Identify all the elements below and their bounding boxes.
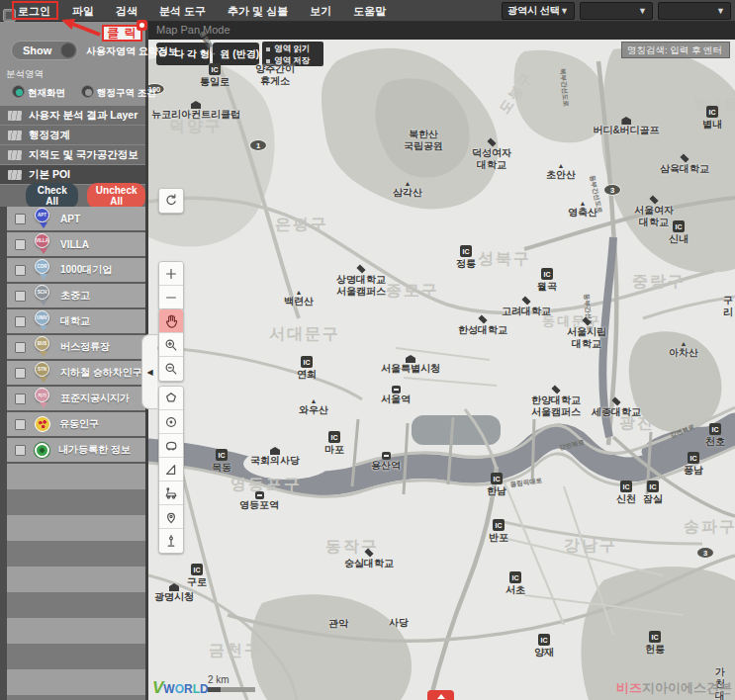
draw-circle-button[interactable] (159, 410, 183, 434)
draw-circle-icon (163, 414, 179, 430)
radio-current-view[interactable] (12, 85, 25, 98)
pin-tail (40, 377, 47, 383)
poi-checkbox[interactable] (15, 291, 26, 302)
poi-row-3[interactable]: SCH초중고 (7, 284, 145, 309)
empty-row (7, 567, 145, 592)
route-car-button[interactable] (159, 481, 183, 505)
magnify-out-icon (163, 361, 179, 377)
layer-row-3[interactable]: 기본 POI (0, 165, 145, 185)
magnify-in-button[interactable] (159, 333, 183, 357)
poi-row-9[interactable]: 내가등록한 정보 (7, 438, 145, 464)
ic-interchange: IC한남 (487, 473, 506, 498)
map-label: 한양대학교 서울캠퍼스 (531, 386, 581, 418)
empty-row (7, 695, 145, 700)
ic-interchange: IC별내 (702, 106, 722, 131)
layer-row-0[interactable]: 사용자 분석 결과 Layer (0, 106, 145, 126)
top-menu-bar: 로그인파일검색분석 도구추가 및 심볼보기도움말 광역시 선택▼▼▼ (0, 0, 735, 22)
poi-checkbox[interactable] (15, 265, 26, 276)
map-viewport[interactable]: Map Pan Mode 다 각 형 원 (반경) 영역 읽기 영역 저장 덕양… (148, 22, 735, 700)
ic-interchange: IC구로 (187, 564, 207, 589)
pan-hand-icon (163, 313, 179, 329)
radio-admin-area[interactable] (81, 85, 94, 98)
university-icon (478, 314, 487, 323)
ic-label: 마포 (324, 443, 344, 457)
layer-row-2[interactable]: 지적도 및 국가공간정보 (0, 145, 145, 165)
zoom-out-button[interactable] (159, 286, 183, 309)
poi-label: VILLA (60, 239, 89, 250)
layer-row-1[interactable]: 행정경계 (0, 126, 145, 145)
map-label-text: 초안산 (546, 169, 576, 181)
red-marker-button[interactable] (427, 690, 454, 700)
survey-point-button[interactable] (159, 529, 183, 553)
map-label: 영등포역 (239, 491, 279, 511)
university-icon (356, 264, 365, 273)
region-select-1[interactable]: 광역시 선택▼ (502, 2, 575, 20)
empty-rows (0, 464, 145, 700)
pin-tail (40, 248, 47, 254)
map-label: 사당 (389, 617, 409, 629)
measure-angle-button[interactable] (159, 458, 183, 481)
poi-checkbox[interactable] (15, 214, 26, 224)
ic-interchange: IC신내 (669, 220, 689, 246)
measure-area-button[interactable] (159, 434, 183, 458)
map-label: 관악 (328, 618, 348, 630)
poi-row-0[interactable]: APTAPT (7, 207, 145, 232)
region-select-3[interactable]: ▼ (658, 2, 731, 20)
logo-letter: O (175, 682, 184, 696)
area-read-button[interactable]: 영역 읽기 (266, 44, 320, 55)
route-car-icon (163, 485, 179, 501)
poi-row-6[interactable]: STN지하철 승하차인구 (7, 361, 145, 387)
layer-list: 사용자 분석 결과 Layer행정경계지적도 및 국가공간정보기본 POI (0, 106, 145, 185)
pan-hand-button[interactable] (159, 309, 183, 333)
map-label-text: 양주간이 휴게소 (255, 63, 295, 87)
show-toggle[interactable]: Show (11, 41, 78, 60)
poi-row-4[interactable]: UNIV대학교 (7, 309, 145, 335)
name-search-input[interactable] (621, 42, 730, 58)
ic-badge-icon: IC (509, 571, 521, 583)
sidebar-collapse-handle[interactable]: ◀ (141, 334, 157, 409)
poi-checkbox[interactable] (15, 419, 26, 430)
draw-polygon-button[interactable] (159, 387, 183, 410)
radio-label: 현재화면 (28, 87, 65, 100)
poi-row-1[interactable]: VILLAVILLA (7, 232, 145, 258)
poi-row-8[interactable]: 유동인구 (7, 412, 145, 438)
menu-item-help[interactable]: 도움말 (353, 4, 386, 19)
uncheck-all-button[interactable]: Uncheck All (87, 183, 145, 209)
poi-checkbox[interactable] (15, 316, 26, 327)
region-select-2[interactable]: ▼ (580, 2, 653, 20)
draw-circle-button[interactable]: 원 (반경) (213, 43, 259, 65)
zoom-in-button[interactable] (159, 262, 183, 286)
draw-circle-label: 원 (반경) (221, 47, 259, 61)
bullet-icon (266, 47, 270, 51)
poi-checkbox[interactable] (15, 394, 26, 404)
building-icon (621, 117, 631, 125)
refresh-button[interactable] (159, 189, 183, 213)
menu-item-file[interactable]: 파일 (72, 4, 94, 19)
map-label: ▲초안산 (546, 162, 576, 181)
poi-checkbox[interactable] (15, 239, 26, 250)
toggle-knob-icon[interactable] (60, 43, 76, 58)
poi-checkbox[interactable] (15, 368, 26, 379)
building-icon (169, 583, 179, 591)
poi-row-5[interactable]: BUS버스정류장 (7, 335, 145, 361)
poi-row-2[interactable]: COR1000대기업 (7, 258, 145, 284)
mountain-icon: ▲ (405, 180, 412, 187)
check-all-button[interactable]: Check All (26, 183, 78, 209)
menu-item-add-symbol[interactable]: 추가 및 심볼 (228, 4, 288, 19)
magnify-out-button[interactable] (159, 357, 183, 381)
chevron-down-icon: ▼ (716, 6, 725, 16)
menu-item-search[interactable]: 검색 (116, 4, 138, 19)
poi-label: 유동인구 (59, 417, 99, 431)
map-label-text: 삼각산 (393, 187, 422, 199)
poi-checkbox[interactable] (15, 445, 26, 456)
poi-row-7[interactable]: 지가표준지공시지가 (7, 387, 145, 412)
ic-label: 양재 (534, 646, 554, 659)
poi-checkbox[interactable] (15, 342, 26, 353)
left-sidebar: Show 사용자영역 요약정보 분석영역 현재화면행정구역 조건 사용자 분석 … (0, 22, 148, 700)
menu-item-view[interactable]: 보기 (310, 4, 331, 19)
pin-head: SCH (35, 285, 49, 300)
place-pin-button[interactable] (159, 505, 183, 529)
menu-item-analysis-tools[interactable]: 분석 도구 (159, 4, 206, 19)
ic-label: 서초 (505, 583, 525, 597)
mountain-icon: ▲ (580, 200, 587, 207)
